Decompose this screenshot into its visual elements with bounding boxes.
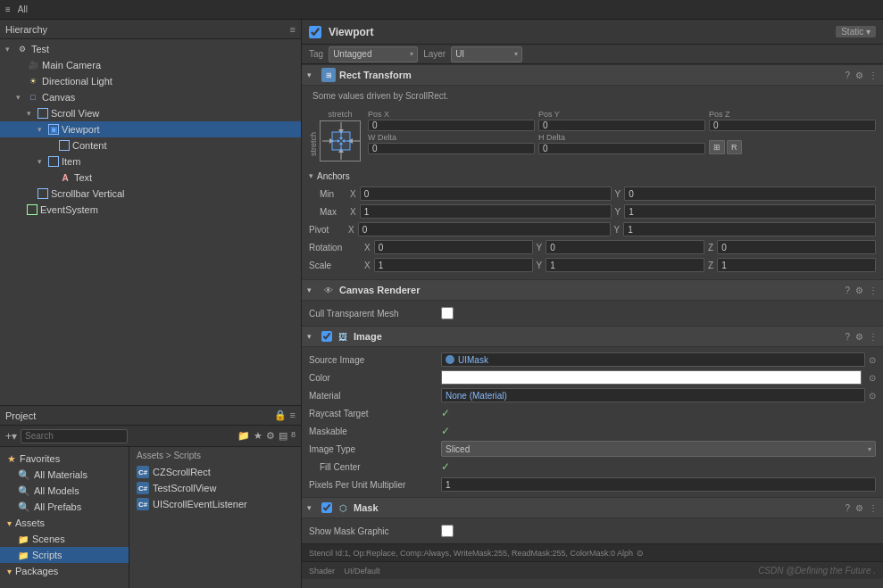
rotation-x[interactable] — [374, 240, 533, 254]
badge-icon[interactable]: 8 — [291, 430, 296, 442]
project-tree-favorites[interactable]: ★ Favorites — [0, 451, 129, 467]
project-tree-all-materials[interactable]: 🔍 All Materials — [0, 467, 129, 483]
project-tree-assets[interactable]: ▾ Assets — [0, 515, 129, 531]
folder-icon[interactable]: 📁 — [237, 430, 250, 442]
image-menu-icon[interactable]: ⋮ — [869, 332, 878, 342]
tree-item-main-camera[interactable]: 🎥 Main Camera — [0, 57, 301, 73]
scale-y[interactable] — [546, 258, 704, 272]
anchor-min-x[interactable] — [360, 186, 612, 201]
rect-diagram[interactable] — [320, 120, 361, 161]
packages-folder-icon: ▾ — [7, 567, 12, 576]
posx-input[interactable] — [368, 120, 535, 131]
project-header: Project 🔒 ≡ — [0, 406, 301, 426]
anchor-min-y[interactable] — [624, 186, 876, 201]
color-swatch[interactable] — [441, 370, 862, 385]
project-menu-icon[interactable]: ≡ — [290, 410, 296, 421]
top-bar-all: All — [18, 4, 28, 14]
sort-icon[interactable]: ▤ — [279, 430, 287, 442]
posz-input[interactable] — [709, 120, 876, 131]
content-icon — [59, 140, 70, 151]
project-files: Assets > Scripts C# CZScrollRect C# Test… — [129, 447, 301, 588]
pivot-x[interactable] — [358, 222, 611, 236]
rect-settings-icon[interactable]: ⚙ — [855, 70, 863, 80]
tree-item-canvas[interactable]: ▾ □ Canvas — [0, 89, 301, 105]
pixels-per-unit-input[interactable] — [441, 477, 876, 492]
hdelta-input[interactable] — [538, 143, 705, 154]
rect-menu-icon[interactable]: ⋮ — [869, 70, 878, 80]
show-mask-checkbox[interactable] — [441, 525, 454, 537]
tree-item-content[interactable]: Content — [0, 137, 301, 153]
object-active-checkbox[interactable] — [309, 26, 321, 38]
file-czscrollrect[interactable]: C# CZScrollRect — [137, 464, 294, 480]
rect-transform-header[interactable]: ▾ ⊞ Rect Transform ? ⚙ ⋮ — [302, 64, 883, 86]
image-enable-checkbox[interactable] — [321, 331, 332, 342]
show-mask-label: Show Mask Graphic — [309, 526, 434, 536]
file-testscrollview[interactable]: C# TestScrollView — [137, 480, 294, 496]
canvas-renderer-settings-icon[interactable]: ⚙ — [855, 286, 863, 295]
pivot-y[interactable] — [623, 222, 876, 236]
file-uiscrolleventlistener[interactable]: C# UIScrollEventListener — [137, 496, 294, 512]
posy-input[interactable] — [538, 120, 705, 131]
breadcrumb-text: Assets > Scripts — [137, 451, 201, 460]
settings-icon[interactable]: ⚙ — [266, 430, 275, 442]
rotation-y[interactable] — [546, 240, 704, 254]
canvas-renderer-menu-icon[interactable]: ⋮ — [869, 286, 878, 295]
color-label: Color — [309, 373, 434, 383]
stencil-link-icon[interactable]: ⊙ — [637, 549, 644, 558]
source-image-link-icon[interactable]: ⊙ — [869, 355, 876, 365]
tree-item-text[interactable]: A Text — [0, 170, 301, 186]
wdelta-label: W Delta — [368, 133, 535, 142]
layer-dropdown[interactable]: UI ▾ — [451, 46, 522, 62]
tree-item-viewport[interactable]: ▾ ▣ Viewport — [0, 121, 301, 137]
hierarchy-menu-icon[interactable]: ≡ — [290, 24, 296, 35]
canvas-renderer-title: Canvas Renderer — [339, 285, 421, 295]
project-tree-all-prefabs[interactable]: 🔍 All Prefabs — [0, 499, 129, 515]
scale-x[interactable] — [374, 258, 533, 272]
anchor-max-y[interactable] — [624, 204, 876, 219]
static-badge[interactable]: Static ▾ — [836, 26, 876, 37]
star-filter-icon[interactable]: ★ — [254, 430, 262, 442]
tree-item-item[interactable]: ▾ Item — [0, 153, 301, 170]
mask-settings-icon[interactable]: ⚙ — [855, 503, 863, 513]
anchors-toggle[interactable]: ▾ Anchors — [309, 167, 876, 185]
tree-item-scrollbar-vertical[interactable]: Scrollbar Vertical — [0, 186, 301, 202]
scale-z[interactable] — [717, 258, 876, 272]
material-link-icon[interactable]: ⊙ — [869, 391, 876, 401]
breadcrumb: Assets > Scripts — [137, 451, 294, 460]
image-help-icon[interactable]: ? — [845, 332, 850, 342]
tree-item-test[interactable]: ▾ ⚙ Test — [0, 41, 301, 57]
mask-menu-icon[interactable]: ⋮ — [869, 503, 878, 513]
image-type-dropdown[interactable]: Sliced ▾ — [441, 441, 876, 457]
canvas-renderer-help-icon[interactable]: ? — [845, 286, 850, 295]
color-link-icon[interactable]: ⊙ — [869, 373, 876, 383]
project-tree-packages[interactable]: ▾ Packages — [0, 563, 129, 579]
image-settings-icon[interactable]: ⚙ — [855, 332, 863, 342]
anchor-max-x[interactable] — [360, 204, 612, 219]
tree-item-eventsystem[interactable]: EventSystem — [0, 202, 301, 218]
mask-header[interactable]: ▾ ⬡ Mask ? ⚙ ⋮ — [302, 497, 883, 518]
project-tree-all-models[interactable]: 🔍 All Models — [0, 483, 129, 499]
source-image-input[interactable]: UIMask — [441, 352, 865, 367]
r-button[interactable]: R — [727, 140, 742, 154]
lock-icon[interactable]: 🔒 — [274, 410, 287, 421]
wdelta-input[interactable] — [368, 143, 535, 154]
project-search-input[interactable] — [21, 429, 128, 443]
project-tree-scenes[interactable]: 📁 Scenes — [0, 531, 129, 547]
add-icon[interactable]: +▾ — [5, 430, 17, 443]
image-header[interactable]: ▾ 🖼 Image ? ⚙ ⋮ — [302, 326, 883, 347]
canvas-renderer-header[interactable]: ▾ 👁 Canvas Renderer ? ⚙ ⋮ — [302, 279, 883, 301]
project-tree-scripts[interactable]: 📁 Scripts — [0, 547, 129, 563]
rotation-z[interactable] — [717, 240, 876, 254]
cull-checkbox[interactable] — [441, 307, 454, 319]
blueprint-button[interactable]: ⊞ — [709, 140, 725, 154]
mask-enable-checkbox[interactable] — [321, 502, 332, 513]
layer-value: UI — [455, 49, 464, 59]
mask-help-icon[interactable]: ? — [845, 503, 850, 513]
tag-dropdown[interactable]: Untagged ▾ — [329, 46, 418, 62]
tree-arrow-viewport: ▾ — [37, 125, 48, 134]
all-prefabs-label: All Prefabs — [34, 501, 81, 512]
tree-item-directional-light[interactable]: ☀ Directional Light — [0, 73, 301, 89]
material-input[interactable]: None (Material) — [441, 388, 865, 402]
rect-help-icon[interactable]: ? — [845, 70, 850, 80]
tree-item-scroll-view[interactable]: ▾ Scroll View — [0, 105, 301, 121]
